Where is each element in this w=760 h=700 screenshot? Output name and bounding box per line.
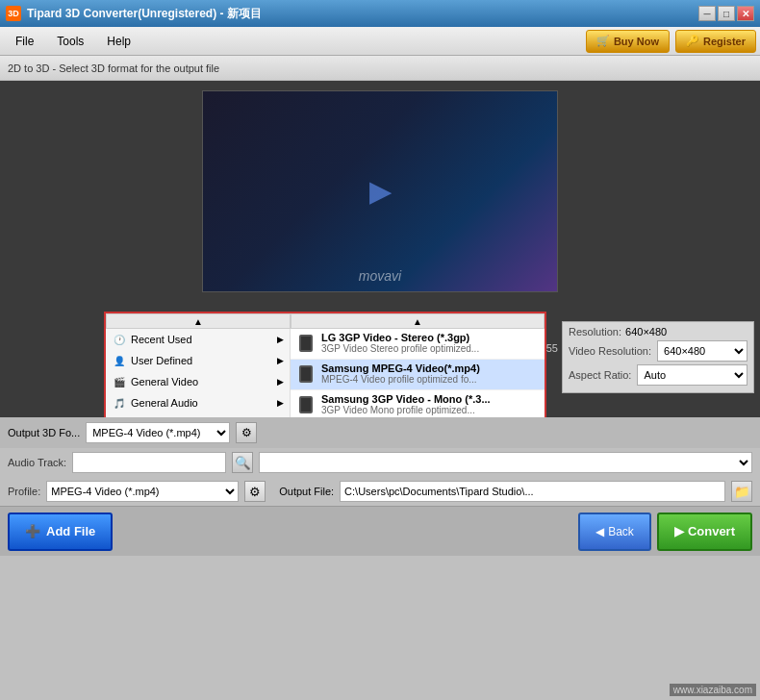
- videores-select[interactable]: 640×480 1280×720 1920×1080: [657, 340, 747, 362]
- video-overlay: ▶: [369, 176, 391, 208]
- info-bar: 2D to 3D - Select 3D format for the outp…: [0, 56, 760, 81]
- format-item-1[interactable]: Samsung MPEG-4 Video(*.mp4) MPEG-4 Video…: [291, 360, 545, 390]
- format-title-0: LG 3GP Video - Stereo (*.3gp): [321, 332, 479, 343]
- cart-icon: 🛒: [596, 35, 610, 47]
- arrow-icon: ▶: [277, 335, 284, 344]
- format-dropdown: ▲ 🕐 Recent Used ▶ 👤 User Defined ▶ 🎬 Gen…: [104, 312, 546, 417]
- left-panel: 🕐 Recent Used ▶ 👤 User Defined ▶ 🎬 Gener…: [106, 329, 291, 417]
- audio-icon: 🎵: [112, 395, 127, 411]
- output-file-label: Output File:: [279, 486, 334, 497]
- sidebar-item-hdvideo[interactable]: HD HD Video ▶: [106, 413, 290, 417]
- aspect-label: Aspect Ratio:: [569, 369, 631, 381]
- output-3d-label: Output 3D Fo...: [8, 427, 80, 438]
- menu-bar: File Tools Help 🛒 Buy Now 🔑 Register: [0, 27, 760, 56]
- clock-icon: 🕐: [112, 332, 127, 347]
- format-item-0[interactable]: LG 3GP Video - Stereo (*.3gp) 3GP Video …: [291, 329, 545, 360]
- genvideo-label: General Video: [131, 376, 198, 388]
- back-label: Back: [608, 525, 634, 538]
- minimize-button[interactable]: ─: [698, 6, 716, 21]
- info-panel: Resolution: 640×480 Video Resolution: 64…: [562, 321, 754, 393]
- register-button[interactable]: 🔑 Register: [675, 30, 756, 53]
- recent-label: Recent Used: [131, 334, 192, 345]
- format-title-2: Samsung 3GP Video - Mono (*.3...: [321, 393, 491, 405]
- convert-icon: ▶: [674, 524, 684, 538]
- format-sub-1: MPEG-4 Video profile optimized fo...: [321, 374, 480, 385]
- title-bar: 3D Tipard 3D Converter(Unregistered) - 新…: [0, 0, 760, 27]
- maximize-button[interactable]: □: [718, 6, 735, 21]
- videores-row: Video Resolution: 640×480 1280×720 1920×…: [569, 340, 747, 362]
- controls-row: Output 3D Fo... MPEG-4 Video (*.mp4) ⚙: [0, 417, 760, 448]
- bottom-buttons: ➕ Add File ◀ Back ▶ Convert: [0, 506, 760, 556]
- arrow-icon: ▶: [277, 398, 284, 408]
- resolution-value: 640×480: [625, 326, 667, 338]
- audio-track-label: Audio Track:: [8, 457, 66, 468]
- phone-icon-1: [296, 364, 316, 384]
- add-file-label: Add File: [46, 524, 95, 538]
- genaudio-label: General Audio: [131, 397, 198, 409]
- profile-settings-button[interactable]: ⚙: [244, 481, 266, 502]
- user-label: User Defined: [131, 355, 192, 366]
- video-inner: ▶: [203, 91, 557, 291]
- menu-file[interactable]: File: [4, 31, 45, 52]
- format-item-2[interactable]: Samsung 3GP Video - Mono (*.3... 3GP Vid…: [291, 390, 545, 417]
- format-select[interactable]: MPEG-4 Video (*.mp4): [86, 422, 230, 443]
- back-button[interactable]: ◀ Back: [578, 512, 651, 551]
- key-icon: 🔑: [686, 35, 699, 47]
- movavi-logo: movavi: [359, 268, 401, 284]
- arrow-icon: ▶: [277, 356, 284, 365]
- user-icon: 👤: [112, 353, 127, 368]
- back-icon: ◀: [595, 525, 604, 538]
- resolution-label: Resolution:: [569, 326, 621, 338]
- sidebar-item-user[interactable]: 👤 User Defined ▶: [106, 350, 290, 371]
- profile-label: Profile:: [8, 486, 40, 497]
- info-text: 2D to 3D - Select 3D format for the outp…: [8, 62, 219, 74]
- aspect-select[interactable]: Auto 4:3 16:9: [637, 364, 747, 386]
- format-settings-button[interactable]: ⚙: [236, 422, 257, 443]
- hd-icon: HD: [112, 416, 127, 417]
- sidebar-item-genvideo[interactable]: 🎬 General Video ▶: [106, 371, 290, 392]
- audio-track-select[interactable]: [259, 452, 752, 473]
- output-file-input[interactable]: [340, 481, 725, 502]
- profile-select[interactable]: MPEG-4 Video (*.mp4): [46, 481, 239, 502]
- format-sub-2: 3GP Video Mono profile optimized...: [321, 405, 491, 415]
- profile-row: Profile: MPEG-4 Video (*.mp4) ⚙ Output F…: [0, 477, 760, 506]
- menu-help[interactable]: Help: [95, 31, 142, 52]
- video-icon: 🎬: [112, 374, 127, 389]
- main-area: ▶ movavi ▲ 🕐 Recent Used ▶ 👤 User Define…: [0, 81, 760, 417]
- menu-tools[interactable]: Tools: [45, 31, 95, 52]
- app-icon: 3D: [6, 6, 21, 21]
- aspect-row: Aspect Ratio: Auto 4:3 16:9: [569, 364, 747, 386]
- convert-label: Convert: [688, 524, 735, 538]
- browse-button[interactable]: 📁: [731, 481, 752, 502]
- resolution-row: Resolution: 640×480: [569, 326, 747, 338]
- format-title-1: Samsung MPEG-4 Video(*.mp4): [321, 362, 480, 374]
- title-bar-text: Tipard 3D Converter(Unregistered) - 新项目: [27, 6, 698, 22]
- right-panel: ▲ LG 3GP Video - Stereo (*.3gp) 3GP Vide…: [291, 313, 545, 417]
- phone-icon-2: [296, 395, 316, 414]
- window-controls: ─ □ ✕: [698, 6, 754, 21]
- buy-now-button[interactable]: 🛒 Buy Now: [586, 30, 670, 53]
- scroll-up-button[interactable]: ▲: [106, 313, 291, 329]
- phone-icon-0: [296, 334, 316, 353]
- format-sub-0: 3GP Video Stereo profile optimized...: [321, 343, 479, 354]
- add-file-button[interactable]: ➕ Add File: [8, 512, 113, 551]
- arrow-icon: ▶: [277, 377, 284, 387]
- sidebar-item-genaudio[interactable]: 🎵 General Audio ▶: [106, 392, 290, 413]
- add-icon: ➕: [25, 524, 40, 538]
- videores-label: Video Resolution:: [569, 345, 651, 357]
- audio-search-input[interactable]: [72, 452, 226, 473]
- audio-search-button[interactable]: 🔍: [232, 452, 253, 473]
- close-button[interactable]: ✕: [737, 6, 754, 21]
- scroll-up-right[interactable]: ▲: [291, 313, 545, 329]
- watermark: www.xiazaiba.com: [670, 684, 756, 696]
- video-preview: ▶ movavi: [202, 90, 558, 292]
- sidebar-item-recent[interactable]: 🕐 Recent Used ▶: [106, 329, 290, 350]
- audio-track-row: Audio Track: 🔍: [0, 448, 760, 477]
- convert-button[interactable]: ▶ Convert: [657, 512, 752, 551]
- menu-right-actions: 🛒 Buy Now 🔑 Register: [586, 30, 756, 53]
